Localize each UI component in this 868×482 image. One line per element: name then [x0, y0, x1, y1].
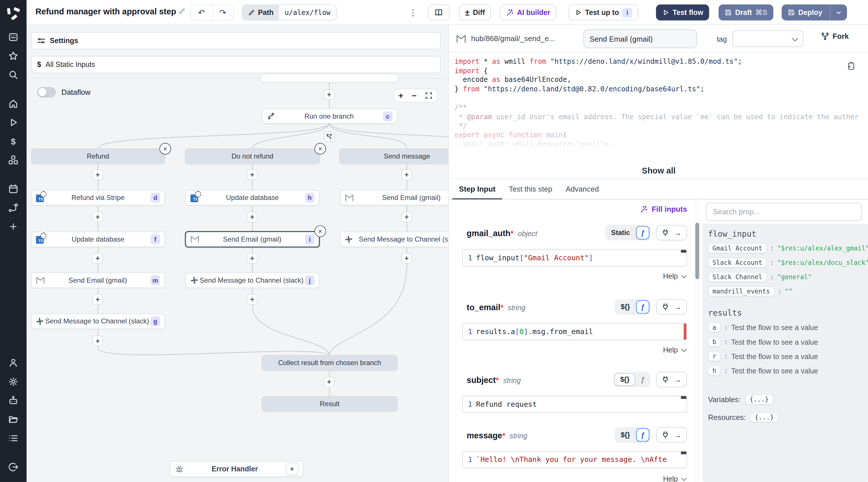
fit-view-button[interactable]	[425, 92, 433, 99]
branch-header-do-not-refund[interactable]: Do not refund	[185, 148, 320, 164]
result-entry[interactable]: r : Test the flow to see a value	[708, 351, 863, 361]
error-handler-node[interactable]: Error Handler +	[170, 461, 303, 477]
step-node-send-email[interactable]: Send Email (gmail)	[340, 190, 448, 206]
flow-input-entry[interactable]: Slack Account : "$res:u/alex/docu_slack"	[708, 258, 863, 268]
template-editor-subject[interactable]: 1 Refund request	[462, 396, 687, 413]
sidebar-item-home[interactable]	[3, 94, 23, 113]
show-all-button[interactable]: Show all	[449, 166, 868, 175]
remove-branch-button[interactable]: ×	[314, 143, 326, 155]
insert-step-button[interactable]: +	[92, 169, 103, 180]
tab-step-input[interactable]: Step Input	[453, 179, 502, 199]
test-flow-button[interactable]: Test flow	[656, 4, 709, 20]
path-edit-button[interactable]: Path	[243, 5, 279, 20]
step-node-send-email-selected[interactable]: Send Email (gmail) i	[185, 231, 320, 248]
more-options-button[interactable]: ⋮	[407, 4, 419, 20]
sidebar-item-collapse[interactable]	[3, 458, 23, 477]
javascript-mode-button[interactable]: ƒ	[636, 373, 649, 386]
edit-title-pencil-icon[interactable]	[178, 8, 185, 15]
diff-button[interactable]: ± Diff	[459, 4, 491, 20]
sidebar-item-routes[interactable]	[3, 198, 23, 217]
result-node[interactable]: Result	[262, 396, 398, 412]
insert-step-button[interactable]: +	[247, 212, 257, 222]
deploy-dropdown-button[interactable]	[830, 4, 847, 20]
remove-branch-button[interactable]: ×	[159, 143, 171, 155]
fork-button[interactable]: Fork	[821, 32, 849, 40]
deploy-button[interactable]: Deploy	[782, 4, 847, 20]
zoom-out-button[interactable]: −	[412, 91, 417, 100]
sidebar-item-workspace[interactable]	[3, 28, 23, 47]
resources-row[interactable]: Resources:{...}	[708, 412, 863, 422]
flow-input-entry[interactable]: Gmail Account : "$res:u/alex/alex_gmail"	[708, 243, 863, 253]
insert-step-button[interactable]: +	[247, 253, 257, 264]
help-toggle[interactable]: Help	[663, 345, 685, 354]
sidebar-item-favorites[interactable]	[3, 47, 23, 65]
flow-input-entry[interactable]: Slack Channel : "general"	[708, 272, 863, 282]
plug-icon[interactable]	[662, 229, 670, 237]
copy-code-button[interactable]	[847, 61, 856, 70]
step-node-send-slack-message[interactable]: Send Message to Channel (slack)	[340, 231, 448, 247]
form-scrollbar[interactable]	[694, 199, 700, 482]
step-name-input[interactable]	[584, 29, 697, 48]
save-draft-button[interactable]: Draft ⌘S	[718, 4, 773, 20]
branch-header-send-message[interactable]: Send message	[339, 148, 448, 164]
sidebar-item-schedules[interactable]	[3, 179, 23, 198]
flow-input-entry[interactable]: mandrill_events : ""	[708, 286, 863, 296]
step-node-update-database[interactable]: TS Update database h	[185, 190, 319, 206]
insert-step-button[interactable]: +	[401, 253, 412, 264]
flow-input-title[interactable]: flow_input	[708, 229, 863, 238]
flow-input-node-partial[interactable]	[260, 74, 398, 83]
result-entry[interactable]: h : Test the flow to see a value	[708, 366, 863, 376]
help-toggle[interactable]: Help	[663, 475, 685, 482]
test-up-to-button[interactable]: Test up to i	[569, 4, 639, 20]
expr-editor-message[interactable]: 1 `Hello! \nThank you for your message. …	[462, 451, 687, 468]
result-entry[interactable]: a : Test the flow to see a value	[708, 322, 863, 332]
plug-icon[interactable]	[662, 376, 670, 384]
sidebar-item-variables[interactable]: $	[3, 132, 23, 151]
javascript-mode-button[interactable]: ƒ	[636, 300, 649, 313]
sidebar-item-user[interactable]	[3, 353, 23, 372]
sidebar-item-resources[interactable]	[3, 151, 23, 170]
template-mode-button[interactable]: ${}	[616, 301, 635, 313]
insert-step-button[interactable]: +	[247, 169, 257, 180]
path-group[interactable]: Path u/alex/flow	[242, 4, 337, 20]
branch-header-refund[interactable]: Refund	[31, 148, 165, 164]
zoom-in-button[interactable]: +	[398, 91, 403, 100]
undo-button[interactable]: ↶	[191, 5, 212, 20]
sidebar-item-add[interactable]	[3, 217, 23, 236]
insert-step-button[interactable]: +	[92, 336, 103, 346]
arrow-right-icon[interactable]: →	[674, 303, 681, 311]
plug-icon[interactable]	[662, 431, 670, 438]
static-mode-button[interactable]: Static	[606, 227, 635, 238]
add-error-handler-button[interactable]: +	[286, 462, 298, 475]
tag-select[interactable]	[733, 30, 803, 47]
docs-button[interactable]	[428, 4, 450, 20]
variables-row[interactable]: Variables:{...}	[708, 394, 863, 404]
sidebar-item-settings[interactable]	[3, 372, 23, 391]
sidebar-item-runs[interactable]	[3, 113, 23, 132]
expr-editor-to-email[interactable]: 1 results.a[0].msg.from_email	[462, 323, 687, 340]
help-toggle[interactable]: Help	[663, 272, 685, 280]
step-node-refund-via-stripe[interactable]: TS Refund via Stripe d	[31, 190, 165, 206]
run-one-branch-node[interactable]: Run one branch c	[262, 109, 398, 123]
ai-builder-button[interactable]: AI builder	[500, 4, 557, 20]
result-entry[interactable]: b : Test the flow to see a value	[708, 337, 863, 347]
sidebar-item-audit-logs[interactable]	[3, 429, 23, 448]
template-mode-button[interactable]: ${}	[616, 429, 635, 441]
step-node-update-database[interactable]: TS Update database f	[31, 231, 165, 247]
redo-button[interactable]: ↷	[212, 5, 233, 20]
javascript-mode-button[interactable]: ƒ	[636, 428, 649, 442]
tab-advanced[interactable]: Advanced	[559, 179, 606, 199]
code-editor[interactable]: import * as wmill from "https://deno.lan…	[449, 53, 868, 178]
collect-result-node[interactable]: Collect result from chosen branch	[262, 355, 398, 371]
tab-test-this-step[interactable]: Test this step	[502, 179, 559, 199]
step-node-send-email[interactable]: Send Email (gmail) m	[31, 273, 165, 288]
insert-step-button[interactable]: +	[92, 294, 103, 305]
remove-step-button[interactable]: ×	[314, 226, 326, 237]
insert-step-button[interactable]: +	[401, 212, 412, 222]
search-prop-input[interactable]	[706, 203, 862, 221]
step-node-send-slack-message[interactable]: Send Message to Channel (slack) g	[31, 314, 165, 329]
results-title[interactable]: results	[708, 309, 863, 317]
insert-step-button[interactable]: +	[247, 294, 257, 305]
insert-step-button[interactable]: +	[324, 376, 334, 387]
hub-script-path[interactable]: hub/868/gmail/_send_e...	[471, 34, 555, 43]
